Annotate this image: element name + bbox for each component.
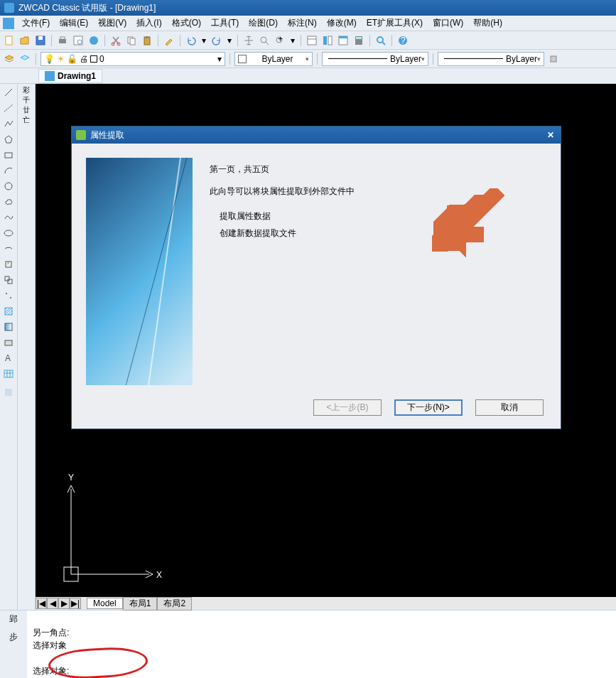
option-extract: 提取属性数据 bbox=[220, 208, 546, 225]
redo-dropdown-icon[interactable]: ▾ bbox=[226, 34, 233, 47]
sun-icon: ☀ bbox=[57, 54, 65, 64]
publish-icon[interactable] bbox=[87, 34, 100, 47]
make-block-icon[interactable] bbox=[1, 273, 16, 287]
design-center-icon[interactable] bbox=[321, 34, 334, 47]
tab-nav-prev[interactable]: ◀ bbox=[47, 598, 58, 609]
menu-view[interactable]: 视图(V) bbox=[93, 16, 131, 31]
zoom-realtime-icon[interactable] bbox=[258, 34, 271, 47]
rectangle-icon[interactable] bbox=[1, 148, 16, 162]
doc-tab[interactable]: Drawing1 bbox=[38, 69, 102, 83]
svg-rect-4 bbox=[60, 37, 65, 39]
standard-toolbar: ▾ ▾ + ▾ ? bbox=[0, 31, 616, 50]
svg-point-39 bbox=[6, 293, 7, 294]
plot-style-icon[interactable] bbox=[547, 53, 560, 65]
table-icon[interactable] bbox=[1, 367, 16, 381]
lineweight-combo[interactable]: ByLayer ▾ bbox=[438, 52, 544, 66]
match-props-icon[interactable] bbox=[163, 34, 175, 47]
point-icon[interactable] bbox=[1, 289, 16, 303]
ellipse-arc-icon[interactable] bbox=[1, 242, 16, 256]
next-button[interactable]: 下一步(N)> bbox=[394, 399, 463, 416]
svg-point-14 bbox=[261, 37, 266, 43]
cmd-label-2: 步 bbox=[9, 631, 18, 643]
svg-rect-25 bbox=[356, 37, 362, 39]
ellipse-icon[interactable] bbox=[1, 226, 16, 240]
menu-window[interactable]: 窗口(W) bbox=[428, 16, 468, 31]
zoom-dropdown-icon[interactable]: ▾ bbox=[289, 34, 296, 47]
menu-format[interactable]: 格式(O) bbox=[167, 16, 206, 31]
cut-icon[interactable] bbox=[109, 34, 122, 47]
copy-icon[interactable] bbox=[125, 34, 138, 47]
cancel-button[interactable]: 取消 bbox=[475, 399, 544, 416]
svg-rect-23 bbox=[339, 36, 347, 38]
help-icon[interactable]: ? bbox=[396, 34, 409, 47]
title-text: ZWCAD Classic 试用版 - [Drawing1] bbox=[18, 2, 156, 14]
page-indicator: 第一页，共五页 bbox=[210, 163, 546, 176]
polyline-icon[interactable] bbox=[1, 117, 16, 131]
arc-icon[interactable] bbox=[1, 163, 16, 178]
back-button: <上一步(B) bbox=[313, 399, 382, 416]
svg-text:?: ? bbox=[401, 36, 406, 45]
text-icon[interactable]: A bbox=[1, 351, 16, 365]
layer-manager-icon[interactable] bbox=[3, 53, 16, 65]
tool-palettes-icon[interactable] bbox=[337, 34, 350, 47]
dialog-titlebar[interactable]: 属性提取 ✕ bbox=[72, 127, 561, 144]
redo-icon[interactable] bbox=[210, 34, 223, 47]
svg-rect-3 bbox=[59, 39, 66, 43]
svg-point-40 bbox=[10, 297, 11, 298]
undo-dropdown-icon[interactable]: ▾ bbox=[200, 34, 207, 47]
menu-annotate[interactable]: 标注(N) bbox=[283, 16, 322, 31]
polygon-icon[interactable] bbox=[1, 132, 16, 146]
spline-icon[interactable] bbox=[1, 210, 16, 225]
save-icon[interactable] bbox=[34, 34, 47, 47]
svg-point-35 bbox=[4, 230, 13, 236]
print-icon[interactable] bbox=[56, 34, 69, 47]
calculator-icon[interactable] bbox=[352, 34, 365, 47]
insert-block-icon[interactable] bbox=[1, 257, 16, 271]
color-combo[interactable]: ByLayer ▾ bbox=[234, 52, 313, 66]
gradient-icon[interactable] bbox=[1, 320, 16, 334]
construction-line-icon[interactable] bbox=[1, 101, 16, 115]
menu-insert[interactable]: 插入(I) bbox=[131, 16, 166, 31]
attribute-extract-dialog: 属性提取 ✕ 第一页，共五页 此向导可以将块属性提取到外部文件中 提取属性数据 … bbox=[71, 126, 561, 429]
menu-modify[interactable]: 修改(M) bbox=[322, 16, 362, 31]
region-icon[interactable] bbox=[1, 335, 16, 350]
find-icon[interactable] bbox=[374, 34, 387, 47]
hatch-icon[interactable] bbox=[1, 304, 16, 318]
properties-icon[interactable] bbox=[306, 34, 318, 47]
layer-selector[interactable]: 💡 ☀ 🔓 🖨 0 ▾ bbox=[40, 52, 225, 66]
tab-nav-last[interactable]: ▶| bbox=[70, 598, 81, 609]
new-icon[interactable] bbox=[3, 34, 16, 47]
pan-icon[interactable] bbox=[242, 34, 255, 47]
line-icon[interactable] bbox=[1, 85, 16, 99]
paste-icon[interactable] bbox=[141, 34, 153, 47]
menu-file[interactable]: 文件(F) bbox=[17, 16, 55, 31]
tab-layout1[interactable]: 布局1 bbox=[123, 597, 158, 610]
tab-model[interactable]: Model bbox=[87, 598, 123, 609]
modify-label-2: 千 bbox=[19, 95, 33, 105]
menu-help[interactable]: 帮助(H) bbox=[468, 16, 507, 31]
tab-nav-first[interactable]: |◀ bbox=[36, 598, 47, 609]
menu-tools[interactable]: 工具(T) bbox=[206, 16, 244, 31]
print-preview-icon[interactable] bbox=[72, 34, 85, 47]
tab-nav-next[interactable]: ▶ bbox=[58, 598, 70, 609]
modify-label-4: 亡 bbox=[19, 115, 33, 125]
svg-line-15 bbox=[266, 42, 269, 45]
tab-layout2[interactable]: 布局2 bbox=[157, 597, 192, 610]
open-icon[interactable] bbox=[18, 34, 31, 47]
circle-icon[interactable] bbox=[1, 179, 16, 193]
menu-edit[interactable]: 编辑(E) bbox=[55, 16, 93, 31]
layer-previous-icon[interactable] bbox=[18, 53, 31, 65]
doc-tab-label: Drawing1 bbox=[58, 71, 96, 81]
dialog-image bbox=[86, 158, 193, 385]
linetype-combo[interactable]: ByLayer ▾ bbox=[322, 52, 428, 66]
zoom-window-icon[interactable]: + bbox=[274, 34, 286, 47]
dialog-icon bbox=[76, 130, 86, 140]
undo-icon[interactable] bbox=[185, 34, 198, 47]
dim-style-icon[interactable] bbox=[1, 385, 16, 399]
doc-icon bbox=[45, 71, 55, 81]
command-line[interactable]: 另一角点: 选择对象 选择对象: 令: EATTEXT bbox=[27, 610, 616, 678]
menu-et-ext[interactable]: ET扩展工具(X) bbox=[362, 16, 428, 31]
close-icon[interactable]: ✕ bbox=[545, 130, 556, 140]
revcloud-icon[interactable] bbox=[1, 195, 16, 209]
menu-draw[interactable]: 绘图(D) bbox=[244, 16, 283, 31]
